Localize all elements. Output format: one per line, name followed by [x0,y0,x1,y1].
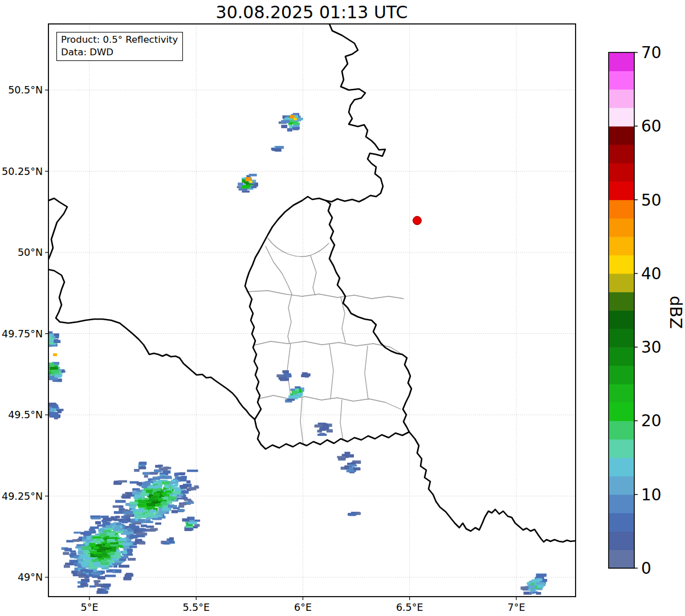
radar-echo-bin [119,480,127,483]
radar-echo-bin [71,552,76,556]
radar-echo-bin [98,529,104,532]
radar-echo-bin [142,486,147,488]
radar-echo-bin [537,585,544,588]
radar-echo-bin [105,550,111,553]
radar-echo-bin [123,577,131,581]
radar-echo-bin [187,470,198,472]
radar-echo-bin [164,484,169,487]
radar-echo-bin [117,531,124,533]
radar-echo-bin [138,500,146,503]
radar-echo-bin [301,374,309,377]
radar-echo-bin [178,509,185,512]
radar-echo-bin [355,468,360,470]
radar-echo-bin [127,549,133,552]
radar-echo-bin [184,499,191,501]
radar-echo-bin [80,554,87,557]
radar-echo-bin [113,528,120,531]
canton-border [268,238,329,256]
radar-echo-bin [161,502,168,505]
y-tick-label: 49.75°N [2,328,43,340]
colorbar-segment [609,255,634,274]
radar-echo-bin [111,542,119,545]
radar-echo-bin [94,546,99,549]
y-tick-label: 49°N [18,572,43,583]
canton-border [266,246,292,294]
radar-echo-bin [137,532,144,535]
radar-echo-bin [49,378,58,381]
radar-echo-bin [114,511,123,514]
radar-echo-bin [52,414,59,418]
radar-echo-bin [345,454,354,458]
radar-echo-bin [292,127,299,129]
radar-echo-bin [134,529,139,532]
radar-echo-bin [284,373,291,377]
radar-echo-bin [105,544,109,547]
colorbar-segment [609,329,634,348]
radar-echo-bin [169,537,174,540]
radar-echo-bin [283,370,290,373]
colorbar-segment [609,495,634,513]
colorbar-segment [609,181,634,200]
radar-echo-bin [181,503,186,505]
colorbar-segment [609,52,634,71]
colorbar-tick-label: 40 [641,264,662,283]
colorbar-tick-label: 50 [641,191,662,210]
radar-echo-bin [155,523,161,525]
radar-echo-bin [180,472,185,475]
radar-echo-bin [89,585,96,588]
radar-echo-bin [142,472,150,475]
colorbar-segment [609,163,634,182]
radar-echo-bin [153,488,159,491]
radar-echo-bin [52,405,58,408]
radar-echo-bin [166,501,172,504]
colorbar-tick-label: 70 [641,43,662,62]
radar-echo-bin [249,174,257,177]
radar-echo-bin [130,501,139,504]
radar-echo-bin [97,577,105,579]
radar-echo-bin [65,562,73,565]
radar-echo-bin [93,572,101,576]
country-border [245,197,411,449]
canton-border [258,395,401,409]
radar-echo-bin [119,565,129,568]
colorbar-tick-label: 60 [641,117,662,136]
radar-echoes [36,113,547,594]
canton-border [254,341,406,357]
radar-echo-bin [132,509,137,512]
radar-echo-bin [149,514,154,517]
radar-echo-bin [118,539,127,541]
radar-echo-bin [292,390,297,394]
x-tick-label: 5.5°E [182,602,210,613]
radar-echo-bin [92,559,100,561]
radar-echo-bin [89,566,98,569]
radar-echo-bin [54,340,60,343]
radar-echo-bin [79,558,84,562]
radar-echo-bin [185,528,192,531]
radar-echo-bin [531,590,536,593]
y-tick-label: 50.5°N [8,84,43,96]
radar-echo-bin [78,586,84,588]
colorbar-segment [609,421,634,439]
radar-echo-bin [162,467,171,469]
radar-echo-bin [106,525,113,528]
country-border [48,270,255,419]
radar-echo-bin [242,186,249,189]
colorbar-segment [609,458,634,476]
radar-echo-bin [293,123,300,125]
radar-echo-bin [103,522,110,525]
radar-echo-bin [95,521,101,525]
radar-echo-core-bin [246,177,251,181]
y-tick-label: 49.5°N [8,409,43,421]
radar-echo-bin [102,560,107,562]
radar-echo-bin [168,496,176,499]
radar-echo-bin [132,522,141,524]
radar-echo-bin [37,370,48,372]
radar-echo-bin [122,495,130,499]
radar-echo-bin [163,476,172,479]
radar-echo-bin [115,560,120,562]
y-tick-label: 49.25°N [2,491,43,502]
radar-echo-bin [281,125,287,128]
radar-echo-core-bin [53,353,57,356]
radar-echo-bin [129,546,137,548]
radar-echo-bin [63,552,69,555]
